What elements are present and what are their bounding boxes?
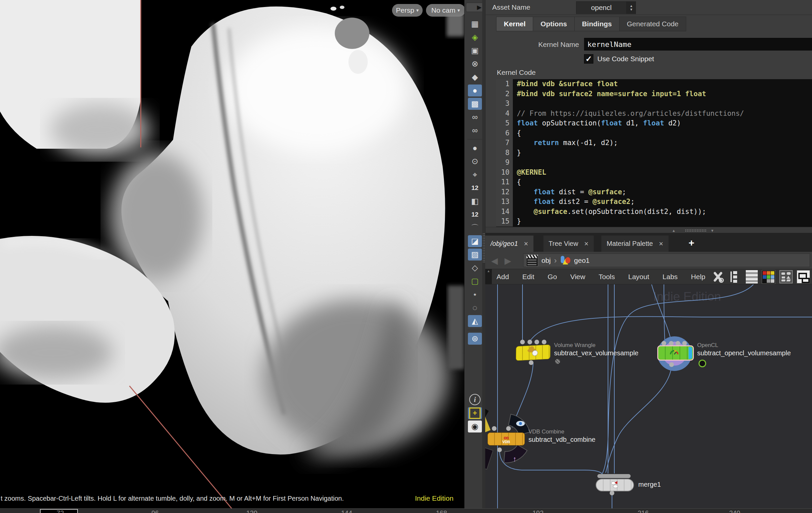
kernel-name-input[interactable]: kernelName xyxy=(584,38,812,51)
menu-add[interactable]: Add xyxy=(496,273,509,281)
pane-tab--obj-geo1[interactable]: /obj/geo1× xyxy=(485,236,533,252)
node-volume-wrangle[interactable] xyxy=(516,344,551,361)
line-number: 15 xyxy=(496,217,513,227)
normal-lighting-icon[interactable]: ● xyxy=(468,85,482,96)
use-code-snippet-checkbox[interactable]: ✓ xyxy=(584,54,593,64)
timeline-ruler[interactable]: 7296120144168192216240 xyxy=(0,508,812,513)
close-icon[interactable]: × xyxy=(659,240,663,248)
code-line: 15} xyxy=(496,217,812,227)
no-shadows-icon[interactable]: ∞ xyxy=(468,111,482,123)
view-pin-icon[interactable]: ⊚ xyxy=(468,333,482,345)
forward-icon[interactable]: ▶ xyxy=(504,256,511,266)
asset-spinner[interactable]: ▲ ▼ xyxy=(627,1,636,14)
scene-viewport[interactable]: Persp▾ No cam▾ t zooms. Spacebar-Ctrl-Le… xyxy=(0,0,464,508)
input-dot[interactable] xyxy=(675,341,680,346)
camera-menu-button[interactable]: No cam▾ xyxy=(426,4,464,17)
perspective-menu-button[interactable]: Persp▾ xyxy=(392,4,423,17)
menu-layout[interactable]: Layout xyxy=(628,273,649,281)
param-tab-bindings[interactable]: Bindings xyxy=(575,17,620,31)
menu-help[interactable]: Help xyxy=(691,273,705,281)
param-tab-kernel[interactable]: Kernel xyxy=(496,17,533,31)
point-numbers-icon[interactable]: 12 xyxy=(468,182,482,194)
horizontal-splitter[interactable]: ▲ ▼ xyxy=(486,227,812,233)
point-normals-icon[interactable]: ⊙ xyxy=(468,155,482,167)
template-flag-arrow-icon[interactable]: ↑ xyxy=(513,455,517,463)
menu-edit[interactable]: Edit xyxy=(522,273,534,281)
no-lighting-icon[interactable]: ⊗ xyxy=(468,58,482,70)
pane-layout-icon[interactable] xyxy=(797,270,810,283)
group-list-icon[interactable]: ◌ xyxy=(468,302,482,314)
merge-multi-input-bar[interactable] xyxy=(597,474,631,478)
pane-tab-material-palette[interactable]: Material Palette× xyxy=(601,236,669,252)
shaded-primitives-icon[interactable]: ◪ xyxy=(468,235,482,247)
subdivision-icon[interactable]: ▢ xyxy=(468,275,482,287)
back-icon[interactable]: ◀ xyxy=(491,256,498,266)
high-quality-lighting-icon[interactable]: ▩ xyxy=(468,98,482,110)
background-image-icon[interactable]: ◭ xyxy=(468,315,482,327)
input-dot[interactable] xyxy=(669,341,673,346)
point-trail-icon[interactable]: ⌖ xyxy=(468,169,482,181)
shadows-icon[interactable]: ∞ xyxy=(468,124,482,137)
primitive-numbers-icon[interactable]: 12 xyxy=(468,209,482,220)
node-vdb-combine[interactable]: ∞ VDB xyxy=(488,432,525,446)
color-palette-icon[interactable] xyxy=(762,270,775,284)
quad-view-icon[interactable]: + xyxy=(468,407,482,419)
info-icon[interactable]: i xyxy=(469,394,481,405)
code-line: 3 xyxy=(496,99,812,109)
input-dot[interactable] xyxy=(542,340,546,344)
menu-labs[interactable]: Labs xyxy=(663,273,678,281)
splitter-up-icon[interactable]: ▲ xyxy=(672,229,675,233)
splitter-handle[interactable] xyxy=(483,233,485,263)
output-dot[interactable] xyxy=(669,362,674,367)
menu-go[interactable]: Go xyxy=(548,273,557,281)
close-icon[interactable]: × xyxy=(524,240,528,248)
shapes-icon[interactable] xyxy=(779,270,793,283)
splitter-drag-handle[interactable] xyxy=(685,229,706,232)
display-primitives-icon[interactable]: ◧ xyxy=(468,195,482,207)
input-dot[interactable] xyxy=(534,340,539,344)
network-editor[interactable]: Indie Edition ↑ xyxy=(485,284,812,508)
input-dot[interactable] xyxy=(492,426,496,431)
new-tab-button[interactable]: + xyxy=(684,236,699,250)
input-dot[interactable] xyxy=(682,341,687,346)
spin-down-icon[interactable]: ▼ xyxy=(630,8,633,11)
visualizers-eye-icon[interactable]: ◉ xyxy=(468,421,482,432)
list-view-icon[interactable] xyxy=(746,270,758,283)
menu-tools[interactable]: Tools xyxy=(599,273,615,281)
param-tab-generated-code[interactable]: Generated Code xyxy=(620,17,686,31)
menu-view[interactable]: View xyxy=(571,273,585,281)
node-opencl[interactable] xyxy=(657,345,694,361)
input-dot[interactable] xyxy=(520,340,525,344)
display-points-icon[interactable]: ● xyxy=(468,142,482,154)
pane-tab-tree-view[interactable]: Tree View× xyxy=(544,236,594,252)
viewport-render xyxy=(0,0,464,508)
input-dot[interactable] xyxy=(506,426,511,431)
close-icon[interactable]: × xyxy=(584,240,588,248)
lock-camera-icon[interactable]: ▣ xyxy=(468,44,482,57)
display-options-icon[interactable]: ▦ xyxy=(468,18,482,30)
spin-up-icon[interactable]: ▲ xyxy=(630,4,633,8)
asset-name-dropdown[interactable]: opencl xyxy=(576,1,627,14)
tree-hierarchy-icon[interactable] xyxy=(728,270,742,283)
input-dot[interactable] xyxy=(527,340,532,344)
output-dot[interactable] xyxy=(610,491,614,495)
kernel-code-editor[interactable]: 1#bind vdb &surface float2#bind vdb surf… xyxy=(496,79,812,227)
output-dot[interactable] xyxy=(529,360,533,365)
param-tab-options[interactable]: Options xyxy=(533,17,574,31)
primitive-colors-icon[interactable]: ▨ xyxy=(468,248,482,261)
input-dot[interactable] xyxy=(662,341,666,346)
origin-axes-icon[interactable]: ⋆ xyxy=(468,289,482,300)
display-hulls-icon[interactable]: ◇ xyxy=(468,262,482,274)
node-merge[interactable] xyxy=(596,479,634,491)
snap-options-icon[interactable]: ◈ xyxy=(468,31,482,43)
headlight-icon[interactable]: ◆ xyxy=(468,71,482,83)
breadcrumb-node[interactable]: geo1 xyxy=(574,256,590,265)
breadcrumb-root[interactable]: obj xyxy=(542,256,551,265)
tools-icon[interactable] xyxy=(711,270,724,283)
node-name-label: subtract_opencl_volumesample xyxy=(697,349,791,357)
pane-splitter[interactable] xyxy=(482,0,485,508)
output-dot[interactable] xyxy=(497,448,502,452)
splitter-down-icon[interactable]: ▼ xyxy=(710,229,714,233)
expand-arrow-button[interactable]: ▶ xyxy=(466,3,484,12)
profile-curves-icon[interactable]: ⌒ xyxy=(468,222,482,234)
